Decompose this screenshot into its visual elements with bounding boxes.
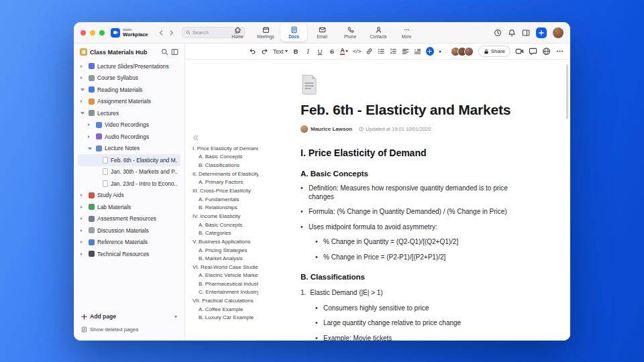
underline-button[interactable]: U <box>316 48 323 55</box>
tab-more[interactable]: More <box>393 23 420 42</box>
collaborator-avatars[interactable] <box>451 47 474 56</box>
maximize-window-button[interactable] <box>99 30 105 36</box>
collapse-sidebar-icon[interactable] <box>171 48 178 56</box>
chevron-right-icon[interactable] <box>80 217 85 220</box>
outline-item[interactable]: V. Business Applications <box>193 238 258 246</box>
outline-item[interactable]: C. Entertainment Industry <box>193 288 258 296</box>
side-panel-icon[interactable] <box>522 29 530 37</box>
outline-item[interactable]: A. Pricing Strategies <box>193 247 258 255</box>
chevron-right-icon[interactable] <box>80 229 85 232</box>
chevron-right-icon[interactable] <box>80 65 85 68</box>
sidebar-item[interactable]: Assessment Resources <box>78 213 180 225</box>
align-button[interactable] <box>402 48 409 55</box>
indent-button[interactable] <box>414 48 421 55</box>
doc-canvas[interactable]: I. Price Elasticity of DemandA. Basic Co… <box>185 60 570 341</box>
chevron-right-icon[interactable] <box>80 194 85 196</box>
collapse-toolbar-button[interactable] <box>439 50 441 52</box>
add-page-button[interactable]: Add page <box>81 313 177 320</box>
outline-item[interactable]: I. Price Elasticity of Demand <box>193 145 258 153</box>
chevron-right-icon[interactable] <box>80 100 85 103</box>
bulleted-list-button[interactable] <box>378 48 385 55</box>
outline-item[interactable]: A. Fundamentals <box>193 196 258 204</box>
outline-item[interactable]: A. Electric Vehicle Market <box>193 272 258 280</box>
sidebar-item[interactable]: Lectures <box>78 107 180 119</box>
user-avatar[interactable] <box>553 27 564 38</box>
sidebar-item[interactable]: Lecture Slides/Presentations <box>78 60 180 72</box>
redo-button[interactable] <box>261 48 268 55</box>
chevron-right-icon[interactable] <box>80 241 85 243</box>
close-window-button[interactable] <box>80 30 86 36</box>
chevron-down-icon[interactable] <box>80 112 85 114</box>
sidebar-item[interactable]: Technical Resources <box>78 248 180 260</box>
tab-phone[interactable]: Phone <box>337 23 364 42</box>
sidebar-item[interactable]: Jan. 30th - Markets and P... <box>78 166 180 178</box>
outline-item[interactable]: B. Pharmaceutical Industry <box>193 280 258 288</box>
language-globe-icon[interactable] <box>542 47 551 56</box>
new-item-button[interactable] <box>536 27 547 38</box>
history-icon[interactable] <box>494 29 502 37</box>
outline-item[interactable]: IV. Income Elasticity <box>193 213 258 221</box>
chevron-right-icon[interactable] <box>80 76 85 79</box>
outline-item[interactable]: B. Luxury Car Example <box>193 314 258 322</box>
sidebar-item[interactable]: Jan. 23rd - Intro to Econo... <box>78 178 180 190</box>
outline-item[interactable]: B. Market Analysis <box>193 255 258 263</box>
text-color-button[interactable]: A <box>340 48 348 55</box>
sidebar-item[interactable]: Reference Materials <box>78 237 180 249</box>
document-body[interactable]: I. Price Elasticity of DemandA. Basic Co… <box>301 147 530 341</box>
sidebar-item[interactable]: Discussion Materials <box>78 225 180 237</box>
strikethrough-button[interactable]: S <box>328 48 335 55</box>
outline-item[interactable]: B. Categories <box>193 229 258 237</box>
sidebar-item[interactable]: Lab Materials <box>78 201 180 213</box>
outline-item[interactable]: II. Determinants of Elasticity <box>193 170 258 178</box>
bold-button[interactable]: B <box>292 48 300 55</box>
sidebar-item[interactable]: Video Recordings <box>78 119 180 131</box>
chevron-down-icon[interactable] <box>174 316 177 318</box>
forward-button[interactable] <box>167 28 176 38</box>
minimize-window-button[interactable] <box>90 30 95 36</box>
link-button[interactable] <box>366 48 373 55</box>
outline-item[interactable]: A. Coffee Example <box>193 306 258 314</box>
tab-docs[interactable]: Docs <box>280 23 307 42</box>
sidebar-item[interactable]: Reading Materials <box>78 84 180 96</box>
insert-block-button[interactable] <box>426 47 434 56</box>
outline-item[interactable]: VII. Practical Calculations <box>193 297 258 305</box>
outline-item[interactable]: A. Basic Concepts <box>193 221 258 229</box>
sidebar-item[interactable]: Course Syllabus <box>78 72 180 84</box>
code-button[interactable]: </> <box>353 48 361 54</box>
chevron-right-icon[interactable] <box>80 253 85 255</box>
scrollbar-thumb[interactable] <box>566 64 568 119</box>
sidebar-search-icon[interactable] <box>161 48 168 56</box>
show-deleted-pages-button[interactable]: Show deleted pages <box>81 326 177 333</box>
comments-button[interactable] <box>529 47 537 56</box>
chevron-down-icon[interactable] <box>88 147 92 149</box>
collaborator-avatar[interactable] <box>464 47 474 56</box>
italic-button[interactable]: I <box>305 48 312 55</box>
outline-item[interactable]: A. Basic Concepts <box>193 153 258 161</box>
outline-item[interactable]: III. Cross-Price Elasticity <box>193 187 258 195</box>
share-button[interactable]: Share <box>478 46 511 57</box>
undo-button[interactable] <box>249 48 256 55</box>
numbered-list-button[interactable] <box>390 48 397 55</box>
tab-meetings[interactable]: Meetings <box>252 23 279 42</box>
sidebar-item[interactable]: Assignment Materials <box>78 96 180 108</box>
sidebar-item[interactable]: Lecture Notes <box>78 143 180 155</box>
outline-item[interactable]: B. Relationships <box>193 204 258 212</box>
outline-item[interactable]: B. Classifications <box>193 162 258 170</box>
more-options-button[interactable] <box>555 47 564 56</box>
chevron-right-icon[interactable] <box>88 123 92 126</box>
chevron-down-icon[interactable] <box>80 88 85 90</box>
sidebar-item[interactable]: Audio Recordings <box>78 131 180 143</box>
video-button[interactable] <box>515 47 524 56</box>
notifications-bell-icon[interactable] <box>508 29 516 37</box>
chevron-right-icon[interactable] <box>80 206 85 208</box>
tab-email[interactable]: Email <box>309 23 335 42</box>
text-style-dropdown[interactable]: Text <box>273 48 288 55</box>
document-title[interactable]: Feb. 6th - Elasticity and Markets <box>301 102 530 118</box>
outline-item[interactable]: A. Primary Factors <box>193 178 258 186</box>
outline-item[interactable]: VI. Real-World Case Studies <box>193 263 258 272</box>
tab-contacts[interactable]: Contacts <box>365 23 392 42</box>
chevron-right-icon[interactable] <box>88 135 92 138</box>
sidebar-item[interactable]: Feb. 6th - Elasticity and M... <box>78 154 180 166</box>
sidebar-item[interactable]: Study Aids <box>78 190 180 202</box>
collapse-outline-icon[interactable] <box>193 135 199 141</box>
